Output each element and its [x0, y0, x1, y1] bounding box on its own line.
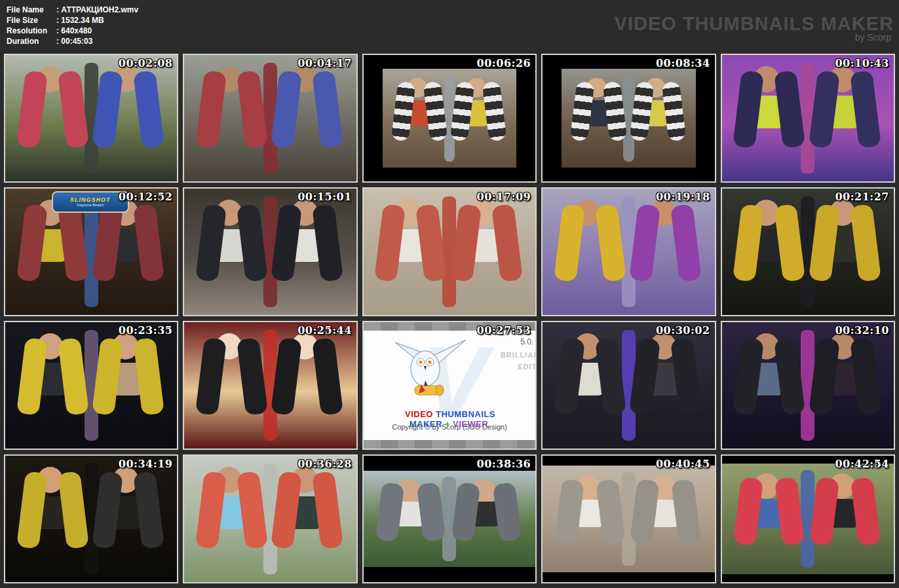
restraint-pad: [850, 337, 881, 415]
logo-edition-line1: BRILLIAN: [501, 351, 537, 359]
restraint-pad: [16, 70, 48, 148]
thumbnail-frame: [543, 189, 714, 315]
restraint-pad: [851, 477, 881, 545]
frame-timestamp: 00:21:27: [835, 191, 889, 203]
video-thumbnail: 00:25:44: [183, 321, 357, 450]
restraint-pad: [133, 70, 164, 148]
thumbnail-frame: [5, 322, 177, 449]
file-info-value: 1532.34 MB: [61, 16, 104, 25]
restraint-pad: [313, 471, 344, 549]
video-thumbnail: 00:02:08: [4, 54, 178, 183]
frame-timestamp: 00:27:53: [477, 324, 531, 337]
restraint-pad: [733, 204, 764, 282]
file-info-row: Duration: 00:45:03: [7, 36, 138, 46]
video-thumbnail: 00:38:36: [362, 454, 537, 583]
video-thumbnail: 00:08:34: [541, 54, 716, 183]
file-info-colon: :: [56, 5, 59, 14]
thumbnail-frame: [364, 471, 535, 567]
logo-hatch-bar: [364, 440, 535, 449]
video-thumbnail: 00:06:26: [362, 54, 537, 183]
restraint-pad: [670, 337, 702, 415]
restraint-pad: [554, 479, 584, 545]
frame-timestamp: 00:23:35: [119, 324, 173, 337]
frame-timestamp: 00:19:18: [656, 191, 710, 203]
frame-timestamp: 00:36:28: [297, 458, 352, 470]
thumbnail-frame: [364, 189, 535, 315]
file-info-value: 00:45:03: [61, 37, 92, 46]
restraint-pad: [493, 482, 522, 542]
thumbnail-frame: [562, 69, 696, 168]
video-thumbnail: 00:23:35: [4, 321, 178, 450]
frame-timestamp: 00:40:45: [656, 458, 710, 470]
app-watermark: VIDEO THUMBNAILS MAKER by Scorp: [615, 14, 894, 43]
restraint-pad: [133, 204, 164, 282]
restraint-pad: [195, 204, 227, 282]
thumbnail-frame: [184, 322, 356, 449]
restraint-pad: [482, 81, 507, 141]
restraint-pad: [133, 471, 164, 549]
file-info-label: File Size: [7, 15, 56, 26]
restraint-pad: [16, 204, 48, 282]
restraint-pad: [491, 204, 523, 282]
restraint-pad: [313, 70, 344, 148]
file-info-block: File Name: АТТРАКЦИОН2.wmv File Size: 15…: [7, 5, 138, 46]
restraint-pad: [850, 204, 881, 282]
thumbnail-frame: [722, 189, 894, 315]
thumbnail-frame: [722, 464, 894, 575]
file-info-label: Duration: [7, 36, 56, 46]
restraint-pad: [195, 337, 227, 415]
ride-sign-line2: Daytona Beach: [77, 203, 104, 208]
ride-sign: SLINGSHOTDaytona Beach: [52, 191, 129, 213]
thumbnail-frame: [184, 55, 356, 181]
video-thumbnail: 00:32:10: [721, 321, 895, 450]
restraint-pad: [417, 482, 446, 542]
restraint-pad: [733, 477, 763, 545]
thumbnail-frame: [543, 322, 714, 449]
restraint-pad: [375, 482, 405, 542]
restraint-pad: [661, 81, 685, 141]
restraint-pad: [670, 204, 702, 282]
file-info-colon: :: [56, 37, 59, 46]
thumbnail-grid: 00:02:08 00:04:17 00:06:26: [0, 54, 899, 583]
file-info-row: File Name: АТТРАКЦИОН2.wmv: [7, 5, 138, 15]
video-thumbnail: 00:19:18: [541, 187, 716, 316]
video-thumbnail: 00:10:43: [721, 54, 895, 183]
file-info-row: Resolution: 640x480: [7, 26, 138, 36]
restraint-pad: [195, 471, 227, 549]
thumbnail-frame: SLINGSHOTDaytona Beach: [5, 189, 177, 315]
frame-timestamp: 00:42:54: [835, 458, 889, 470]
owl-with-scroll-icon: [391, 335, 470, 403]
thumbnail-frame: [184, 189, 356, 315]
frame-timestamp: 00:30:02: [656, 324, 710, 337]
file-info-row: File Size: 1532.34 MB: [7, 15, 138, 26]
logo-title-part: VIDEO: [405, 409, 433, 419]
restraint-pad: [671, 479, 701, 545]
restraint-pad: [596, 479, 626, 545]
frame-timestamp: 00:02:08: [119, 57, 173, 69]
restraint-pad: [16, 471, 48, 549]
thumbnail-frame: [5, 55, 177, 181]
frame-timestamp: 00:15:01: [297, 191, 352, 203]
video-thumbnail: 00:21:27: [721, 187, 895, 316]
restraint-pad: [554, 337, 585, 415]
restraint-pad: [733, 70, 764, 148]
restraint-pad: [133, 337, 164, 415]
file-info-colon: :: [56, 16, 59, 25]
restraint-pad: [313, 337, 344, 415]
restraint-pad: [195, 70, 227, 148]
file-info-value: 640x480: [61, 26, 92, 35]
video-thumbnail: 00:17:09: [362, 187, 537, 316]
thumbnail-frame: [543, 466, 714, 572]
sheet-header: File Name: АТТРАКЦИОН2.wmv File Size: 15…: [0, 0, 899, 54]
app-logo-thumbnail: V VIDEOTHUMBNAILS MAKER+VIEWER Copyright…: [362, 321, 537, 450]
video-thumbnail: 00:42:54: [721, 454, 895, 583]
frame-timestamp: 00:08:34: [656, 57, 710, 69]
frame-timestamp: 00:34:19: [119, 458, 173, 470]
video-thumbnail: 00:34:19: [4, 454, 178, 583]
restraint-pad: [16, 337, 48, 415]
frame-timestamp: 00:38:36: [477, 458, 531, 470]
video-thumbnail: 00:36:28: [183, 454, 357, 583]
file-info-colon: :: [56, 26, 59, 35]
ride-sign-line1: SLINGSHOT: [70, 196, 111, 203]
thumbnail-frame: [5, 456, 177, 582]
